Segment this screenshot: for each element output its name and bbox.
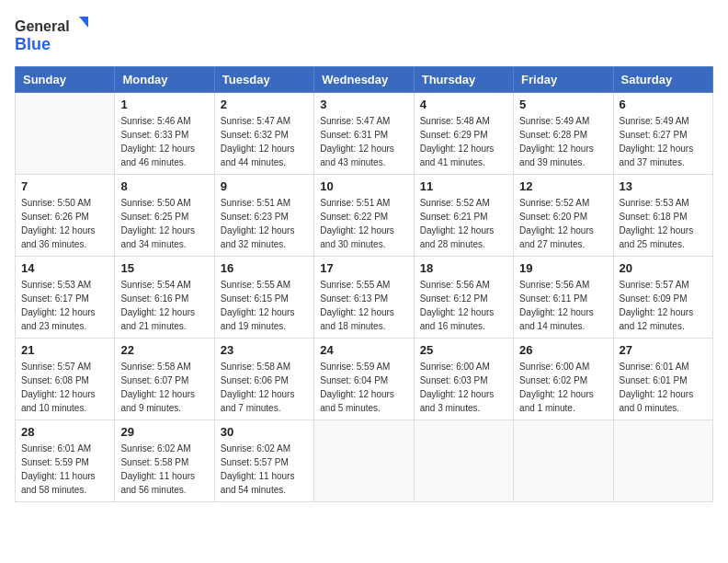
calendar-cell: 9Sunrise: 5:51 AMSunset: 6:23 PMDaylight… [214,175,313,257]
calendar-cell: 21Sunrise: 5:57 AMSunset: 6:08 PMDayligh… [16,339,115,420]
calendar-cell: 3Sunrise: 5:47 AMSunset: 6:31 PMDaylight… [314,93,414,175]
calendar-week-4: 21Sunrise: 5:57 AMSunset: 6:08 PMDayligh… [16,339,713,420]
day-info: Sunrise: 5:56 AMSunset: 6:12 PMDaylight:… [420,278,507,333]
weekday-header-monday: Monday [115,67,214,93]
calendar: SundayMondayTuesdayWednesdayThursdayFrid… [15,66,713,502]
day-info: Sunrise: 5:56 AMSunset: 6:11 PMDaylight:… [519,278,607,333]
day-info: Sunrise: 5:47 AMSunset: 6:31 PMDaylight:… [320,114,407,169]
day-info: Sunrise: 5:57 AMSunset: 6:08 PMDaylight:… [21,360,108,415]
calendar-cell: 7Sunrise: 5:50 AMSunset: 6:26 PMDaylight… [16,175,115,257]
day-info: Sunrise: 5:51 AMSunset: 6:22 PMDaylight:… [320,196,407,251]
day-info: Sunrise: 6:02 AMSunset: 5:58 PMDaylight:… [120,442,208,497]
calendar-week-2: 7Sunrise: 5:50 AMSunset: 6:26 PMDaylight… [16,175,713,257]
calendar-cell: 11Sunrise: 5:52 AMSunset: 6:21 PMDayligh… [414,175,513,257]
day-info: Sunrise: 6:01 AMSunset: 6:01 PMDaylight:… [620,360,707,415]
day-info: Sunrise: 5:58 AMSunset: 6:06 PMDaylight:… [221,360,308,415]
calendar-cell: 29Sunrise: 6:02 AMSunset: 5:58 PMDayligh… [115,420,214,502]
day-number: 12 [519,179,607,193]
day-info: Sunrise: 5:53 AMSunset: 6:18 PMDaylight:… [620,196,707,251]
day-info: Sunrise: 5:58 AMSunset: 6:07 PMDaylight:… [120,360,208,415]
day-number: 8 [120,179,208,193]
day-number: 21 [21,343,108,357]
calendar-cell: 2Sunrise: 5:47 AMSunset: 6:32 PMDaylight… [214,93,313,175]
calendar-cell: 1Sunrise: 5:46 AMSunset: 6:33 PMDaylight… [115,93,214,175]
day-info: Sunrise: 5:57 AMSunset: 6:09 PMDaylight:… [620,278,707,333]
calendar-cell: 5Sunrise: 5:49 AMSunset: 6:28 PMDaylight… [514,93,613,175]
calendar-cell: 10Sunrise: 5:51 AMSunset: 6:22 PMDayligh… [314,175,414,257]
day-number: 1 [120,98,208,111]
weekday-header-sunday: Sunday [16,67,115,93]
weekday-header-saturday: Saturday [613,67,712,93]
day-info: Sunrise: 5:55 AMSunset: 6:13 PMDaylight:… [320,278,407,333]
logo-svg: GeneralBlue [15,15,97,55]
day-info: Sunrise: 5:54 AMSunset: 6:16 PMDaylight:… [120,278,208,333]
day-number: 29 [120,425,208,439]
day-number: 23 [221,343,308,357]
day-info: Sunrise: 6:00 AMSunset: 6:03 PMDaylight:… [420,360,507,415]
calendar-cell: 6Sunrise: 5:49 AMSunset: 6:27 PMDaylight… [613,93,712,175]
day-number: 16 [221,261,308,275]
day-info: Sunrise: 5:49 AMSunset: 6:27 PMDaylight:… [620,114,707,169]
calendar-cell: 8Sunrise: 5:50 AMSunset: 6:25 PMDaylight… [115,175,214,257]
calendar-cell: 22Sunrise: 5:58 AMSunset: 6:07 PMDayligh… [115,339,214,420]
weekday-header-tuesday: Tuesday [214,67,313,93]
weekday-header-row: SundayMondayTuesdayWednesdayThursdayFrid… [16,67,713,93]
weekday-header-wednesday: Wednesday [314,67,414,93]
calendar-cell: 30Sunrise: 6:02 AMSunset: 5:57 PMDayligh… [214,420,313,502]
day-info: Sunrise: 5:53 AMSunset: 6:17 PMDaylight:… [21,278,108,333]
calendar-cell: 18Sunrise: 5:56 AMSunset: 6:12 PMDayligh… [414,257,513,339]
day-info: Sunrise: 5:52 AMSunset: 6:20 PMDaylight:… [519,196,607,251]
day-info: Sunrise: 5:46 AMSunset: 6:33 PMDaylight:… [120,114,208,169]
day-number: 4 [420,98,507,111]
day-number: 25 [420,343,507,357]
day-number: 18 [420,261,507,275]
day-info: Sunrise: 5:49 AMSunset: 6:28 PMDaylight:… [519,114,607,169]
calendar-cell: 28Sunrise: 6:01 AMSunset: 5:59 PMDayligh… [16,420,115,502]
calendar-week-1: 1Sunrise: 5:46 AMSunset: 6:33 PMDaylight… [16,93,713,175]
day-number: 13 [620,179,707,193]
day-number: 7 [21,179,108,193]
day-number: 9 [221,179,308,193]
calendar-cell: 24Sunrise: 5:59 AMSunset: 6:04 PMDayligh… [314,339,414,420]
day-info: Sunrise: 5:51 AMSunset: 6:23 PMDaylight:… [221,196,308,251]
calendar-week-3: 14Sunrise: 5:53 AMSunset: 6:17 PMDayligh… [16,257,713,339]
calendar-cell: 13Sunrise: 5:53 AMSunset: 6:18 PMDayligh… [613,175,712,257]
day-info: Sunrise: 6:00 AMSunset: 6:02 PMDaylight:… [519,360,607,415]
day-number: 10 [320,179,407,193]
logo: GeneralBlue [15,15,97,55]
day-info: Sunrise: 5:50 AMSunset: 6:26 PMDaylight:… [21,196,108,251]
day-info: Sunrise: 5:48 AMSunset: 6:29 PMDaylight:… [420,114,507,169]
day-number: 3 [320,98,407,111]
day-number: 2 [221,98,308,111]
calendar-cell: 14Sunrise: 5:53 AMSunset: 6:17 PMDayligh… [16,257,115,339]
day-number: 28 [21,425,108,439]
calendar-cell: 20Sunrise: 5:57 AMSunset: 6:09 PMDayligh… [613,257,712,339]
calendar-cell [514,420,613,502]
day-info: Sunrise: 6:02 AMSunset: 5:57 PMDaylight:… [221,442,308,497]
calendar-cell [414,420,513,502]
weekday-header-friday: Friday [514,67,613,93]
day-number: 5 [519,98,607,111]
calendar-cell: 19Sunrise: 5:56 AMSunset: 6:11 PMDayligh… [514,257,613,339]
day-number: 24 [320,343,407,357]
day-info: Sunrise: 5:52 AMSunset: 6:21 PMDaylight:… [420,196,507,251]
day-number: 14 [21,261,108,275]
day-info: Sunrise: 5:59 AMSunset: 6:04 PMDaylight:… [320,360,407,415]
day-info: Sunrise: 6:01 AMSunset: 5:59 PMDaylight:… [21,442,108,497]
day-number: 11 [420,179,507,193]
calendar-cell: 4Sunrise: 5:48 AMSunset: 6:29 PMDaylight… [414,93,513,175]
calendar-cell: 23Sunrise: 5:58 AMSunset: 6:06 PMDayligh… [214,339,313,420]
day-number: 22 [120,343,208,357]
day-info: Sunrise: 5:50 AMSunset: 6:25 PMDaylight:… [120,196,208,251]
calendar-cell [16,93,115,175]
day-info: Sunrise: 5:47 AMSunset: 6:32 PMDaylight:… [221,114,308,169]
day-number: 15 [120,261,208,275]
calendar-cell: 25Sunrise: 6:00 AMSunset: 6:03 PMDayligh… [414,339,513,420]
weekday-header-thursday: Thursday [414,67,513,93]
day-number: 6 [620,98,707,111]
svg-marker-2 [79,17,88,28]
day-number: 20 [620,261,707,275]
calendar-cell: 26Sunrise: 6:00 AMSunset: 6:02 PMDayligh… [514,339,613,420]
day-number: 19 [519,261,607,275]
calendar-cell: 15Sunrise: 5:54 AMSunset: 6:16 PMDayligh… [115,257,214,339]
